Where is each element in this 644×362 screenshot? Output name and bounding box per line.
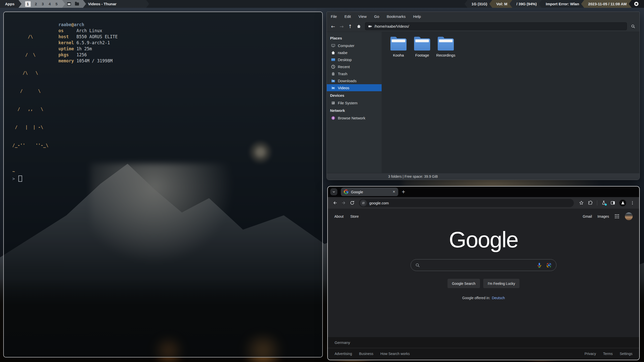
videos-folder-icon: [331, 86, 335, 90]
browser-forward-button[interactable]: [339, 199, 348, 207]
browser-back-button[interactable]: [331, 199, 339, 207]
sidebar-item-desktop[interactable]: Desktop: [327, 56, 382, 63]
reload-icon: [350, 200, 355, 205]
address-bar[interactable]: google.com: [359, 199, 574, 207]
images-link[interactable]: Images: [597, 214, 609, 218]
folder-icon: [438, 38, 454, 51]
google-search-button[interactable]: Google Search: [448, 279, 480, 288]
business-link[interactable]: Business: [359, 352, 373, 356]
about-link[interactable]: About: [334, 214, 344, 218]
fetch-info: raabe@arch osArch Linux hostB550 AORUS E…: [58, 22, 117, 160]
google-apps-grid-icon[interactable]: [615, 214, 619, 219]
menu-file[interactable]: File: [331, 14, 337, 19]
active-window-title[interactable]: Videos - Thunar: [83, 0, 149, 8]
home-icon: [357, 24, 361, 28]
settings-link[interactable]: Settings: [620, 352, 632, 356]
forward-button[interactable]: →: [337, 22, 346, 30]
google-logo: Google: [328, 229, 639, 251]
up-button[interactable]: ↑: [346, 22, 354, 30]
fetch-user-host: raabe@arch: [58, 22, 117, 28]
fetch-row-os: osArch Linux: [58, 28, 117, 34]
side-panel-icon[interactable]: [610, 200, 615, 205]
network-status[interactable]: Import Error: Wlan: [539, 0, 584, 8]
sidebar-item-videos[interactable]: Videos: [327, 84, 382, 91]
extensions-icon[interactable]: [588, 200, 593, 205]
back-button[interactable]: ←: [329, 22, 337, 30]
browser-menu-icon[interactable]: [630, 201, 635, 205]
workspace-5[interactable]: 5: [55, 2, 58, 6]
top-panel: Apps 1 2 3 4 5 Videos - Thunar 1G (31G) …: [0, 0, 644, 8]
menu-go[interactable]: Go: [374, 14, 379, 19]
new-tab-button[interactable]: +: [402, 189, 405, 195]
memory-indicator[interactable]: 1G (31G): [464, 0, 492, 8]
home-button[interactable]: [354, 22, 363, 30]
folder-kooha[interactable]: Kooha: [387, 36, 410, 57]
sidebar-item-computer[interactable]: Computer: [327, 42, 382, 49]
sidebar-item-browse-network[interactable]: Browse Network: [327, 114, 382, 121]
apps-menu-button[interactable]: Apps: [0, 0, 22, 8]
google-lens-icon[interactable]: [546, 262, 552, 268]
experiments-button[interactable]: [601, 200, 606, 205]
prompt-line[interactable]: >: [12, 175, 322, 182]
language-offer: Google offered in:Deutsch: [328, 296, 639, 300]
sidebar-item-downloads[interactable]: Downloads: [327, 77, 382, 84]
toolbar-actions: [579, 200, 635, 206]
privacy-link[interactable]: Privacy: [584, 352, 596, 356]
profile-avatar[interactable]: [625, 212, 633, 220]
language-link[interactable]: Deutsch: [492, 296, 505, 300]
sidebar-item-trash[interactable]: Trash: [327, 70, 382, 77]
terms-link[interactable]: Terms: [603, 352, 613, 356]
voice-search-icon[interactable]: [536, 262, 542, 268]
workspace-1[interactable]: 1: [25, 1, 31, 7]
browser-profile-button[interactable]: [619, 200, 626, 206]
store-link[interactable]: Store: [350, 214, 359, 218]
advertising-link[interactable]: Advertising: [335, 352, 352, 356]
search-input[interactable]: [424, 259, 533, 271]
sidebar-item-home[interactable]: raabe: [327, 49, 382, 56]
tab-google[interactable]: Google ×: [341, 188, 398, 196]
tab-search-button[interactable]: [330, 188, 337, 195]
chrome-window: Google × + google.com: [327, 186, 640, 360]
menu-bookmarks[interactable]: Bookmarks: [387, 14, 406, 19]
feeling-lucky-button[interactable]: I'm Feeling Lucky: [483, 279, 520, 288]
menu-view[interactable]: View: [358, 14, 367, 19]
workspace-4[interactable]: 4: [48, 2, 51, 6]
search-button[interactable]: [629, 22, 637, 30]
reload-button[interactable]: [348, 199, 356, 207]
memory-label: 1G (31G): [471, 2, 487, 6]
thunar-statusbar: 3 folders | Free space: 39.9 GiB: [327, 173, 639, 180]
search-buttons: Google Search I'm Feeling Lucky: [328, 279, 639, 288]
site-settings-button[interactable]: [360, 200, 367, 206]
tab-close-icon[interactable]: ×: [393, 189, 395, 194]
workspace-2[interactable]: 2: [34, 2, 37, 6]
video-icon: [368, 24, 372, 28]
trash-icon: [331, 72, 335, 76]
folder-icon: [414, 38, 430, 51]
search-box[interactable]: [411, 259, 556, 271]
bookmark-star-icon[interactable]: [579, 200, 584, 205]
panel-spacer: [146, 0, 467, 8]
menu-edit[interactable]: Edit: [344, 14, 351, 19]
volume-indicator[interactable]: Vol: M: [489, 0, 512, 8]
power-button[interactable]: [629, 0, 644, 8]
network-globe-icon: [331, 116, 335, 120]
network-header: Network: [327, 106, 382, 114]
terminal-window[interactable]: /\ / \ /\ \ / \ / ,, \ / | | -\ /_-'' ''…: [3, 12, 323, 357]
disk-indicator[interactable]: / 39G (94%): [509, 0, 542, 8]
menu-help[interactable]: Help: [413, 14, 421, 19]
terminal-window-icon[interactable]: [67, 2, 71, 6]
path-text: /home/raabe/Videos/: [374, 24, 409, 28]
folder-recordings[interactable]: Recordings: [434, 36, 458, 57]
toolbar-divider: [597, 200, 597, 205]
gmail-link[interactable]: Gmail: [583, 214, 592, 218]
sidebar-item-recent[interactable]: Recent: [327, 63, 382, 70]
how-search-works-link[interactable]: How Search works: [380, 352, 410, 356]
file-manager-window-icon[interactable]: [75, 3, 79, 6]
sidebar-item-filesystem[interactable]: File System: [327, 99, 382, 106]
path-field[interactable]: /home/raabe/Videos/: [365, 22, 627, 30]
workspace-3[interactable]: 3: [41, 2, 44, 6]
clock[interactable]: 2023-11-05 / 11:08 AM: [581, 0, 632, 8]
thunar-window: File Edit View Go Bookmarks Help ← → ↑ /…: [327, 12, 640, 180]
folder-footage[interactable]: Footage: [410, 36, 434, 57]
fetch-row-uptime: uptime1h 25m: [58, 46, 117, 52]
